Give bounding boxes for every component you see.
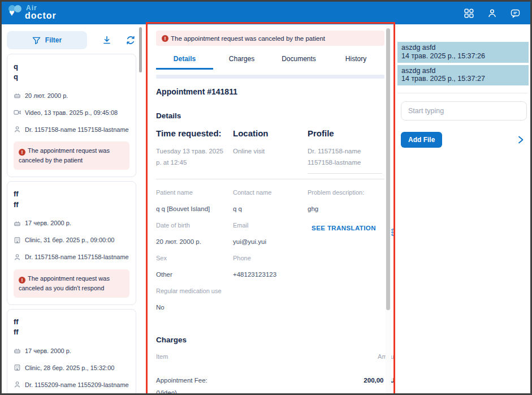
- chat-panel: aszdg asfd 14 трав. 2025 р., 15:37:26 as…: [397, 24, 530, 395]
- doctor-row: Dr. 1157158-name 1157158-lastname: [14, 126, 129, 133]
- field-value: yui@yui.yui: [233, 238, 308, 245]
- appointment-card[interactable]: ff ff 17 черв. 2000 р. Clinic, 31 бер. 2…: [7, 181, 136, 304]
- filter-label: Filter: [45, 36, 62, 44]
- birthdate-text: 17 черв. 2000 р.: [25, 347, 71, 354]
- time-requested-value: Tuesday 13 трав. 2025 р. at 12:45: [156, 145, 225, 168]
- appointment-detail-panel: ! The appointment request was canceled b…: [148, 24, 393, 395]
- patient-fields-grid: Patient name q q [Bouvet Island] Date of…: [156, 189, 384, 320]
- patient-name: q q: [14, 62, 129, 82]
- tabs-divider: [156, 75, 384, 79]
- chat-message-text: aszdg asfd: [401, 67, 525, 75]
- download-icon[interactable]: [102, 35, 112, 45]
- tab-details[interactable]: Details: [156, 55, 213, 70]
- main-scrollbar-track[interactable]: [386, 24, 391, 395]
- charges-section-heading: Charges: [156, 336, 384, 344]
- birthdate-text: 20 лют. 2000 р.: [25, 92, 68, 99]
- see-translation-link[interactable]: SEE TRANSLATION: [308, 222, 380, 235]
- appointment-card[interactable]: ff ff 17 черв. 2000 р. Clinic, 28 бер. 2…: [7, 309, 136, 395]
- field-value: No: [156, 304, 233, 311]
- person-icon: [14, 381, 21, 388]
- alert-icon: !: [162, 35, 168, 42]
- patient-name: ff ff: [14, 189, 129, 209]
- person-icon: [14, 254, 21, 261]
- chat-message-time: 14 трав. 2025 р., 15:37:26: [401, 52, 525, 61]
- field-value: q q [Bouvet Island]: [156, 205, 233, 212]
- chat-message-list: aszdg asfd 14 трав. 2025 р., 15:37:26 as…: [397, 42, 530, 85]
- field-value: 20 лют. 2000 р.: [156, 238, 233, 245]
- chat-message-text: aszdg asfd: [401, 44, 525, 52]
- field-label: Patient name: [156, 189, 233, 196]
- visit-row: Clinic, 31 бер. 2025 р., 09:00:00: [14, 237, 129, 244]
- charge-item: Appointment Fee: (Video): [156, 375, 215, 395]
- tab-history[interactable]: History: [327, 55, 384, 70]
- birthdate-row: 17 черв. 2000 р.: [14, 220, 129, 227]
- field-value: ghg: [308, 205, 384, 212]
- add-file-button[interactable]: Add File: [401, 132, 442, 148]
- time-requested-heading: Time requested:: [156, 128, 233, 138]
- visit-text: Video, 13 трав. 2025 р., 09:45:08: [25, 109, 118, 116]
- chat-message-time: 14 трав. 2025 р., 15:37:27: [401, 75, 525, 83]
- alert-icon: !: [19, 149, 25, 156]
- visit-row: Clinic, 28 бер. 2025 р., 15:32:00: [14, 364, 129, 371]
- field-label: Problem description:: [308, 189, 384, 196]
- birthdate-row: 17 черв. 2000 р.: [14, 347, 129, 354]
- chat-message: aszdg asfd 14 трав. 2025 р., 15:37:26: [397, 42, 529, 63]
- status-alert: !The appointment request was canceled as…: [14, 269, 129, 298]
- heart-icon: ♥: [9, 8, 15, 18]
- location-value: Online visit: [233, 145, 302, 157]
- doctor-row: Dr. 1155209-name 1155209-lastname: [14, 381, 129, 388]
- birthdate-row: 20 лют. 2000 р.: [14, 92, 129, 99]
- alert-icon: !: [19, 277, 25, 284]
- visit-text: Clinic, 28 бер. 2025 р., 15:32:00: [25, 364, 114, 371]
- doctor-text: Dr. 1157158-name 1157158-lastname: [25, 126, 129, 133]
- apps-grid-icon[interactable]: [464, 8, 474, 18]
- funnel-icon: [32, 36, 41, 45]
- visit-row: Video, 13 трав. 2025 р., 09:45:08: [14, 109, 129, 116]
- filter-button[interactable]: Filter: [7, 31, 87, 49]
- field-label: Sex: [156, 255, 233, 261]
- birthdate-text: 17 черв. 2000 р.: [25, 220, 71, 226]
- field-value: q q: [233, 205, 308, 212]
- filter-toolbar: Filter: [7, 31, 141, 49]
- divider: [308, 173, 382, 174]
- field-value: Other: [156, 271, 233, 278]
- charges-table-header: Item Amount: [156, 353, 384, 360]
- sidebar-scrollbar-thumb[interactable]: [139, 27, 142, 72]
- charge-row: Appointment Fee: (Video) 200,00 EUR: [156, 375, 384, 395]
- birthday-cake-icon: [14, 92, 21, 99]
- video-camera-icon: [14, 109, 21, 116]
- send-chevron-icon[interactable]: [517, 135, 525, 144]
- detail-tabs: Details Charges Documents History: [156, 55, 384, 70]
- main-scrollbar-thumb[interactable]: [386, 28, 390, 310]
- tab-charges[interactable]: Charges: [213, 55, 270, 70]
- profile-value: Dr. 1157158-name 1157158-lastname: [308, 145, 377, 168]
- tab-documents[interactable]: Documents: [270, 55, 327, 70]
- logo-text-doctor: doctor: [25, 11, 57, 21]
- cancellation-alert-banner: ! The appointment request was canceled b…: [156, 31, 384, 46]
- appointment-card-list: q q 20 лют. 2000 р. Video, 13 трав. 2025…: [7, 54, 136, 395]
- header-icon-group: [464, 2, 520, 24]
- doctor-row: Dr. 1157158-name 1157158-lastname: [14, 254, 129, 261]
- patient-name: ff ff: [14, 317, 129, 337]
- birthday-cake-icon: [14, 220, 21, 227]
- user-icon[interactable]: [487, 8, 497, 18]
- status-alert: !The appointment request was canceled by…: [14, 141, 129, 170]
- field-value: +48123123123: [233, 271, 308, 278]
- chat-message: aszdg asfd 14 трав. 2025 р., 15:37:27: [397, 65, 529, 86]
- visit-text: Clinic, 31 бер. 2025 р., 09:00:00: [25, 237, 114, 243]
- field-label: Date of birth: [156, 222, 233, 229]
- birthday-cake-icon: [14, 347, 21, 354]
- appointment-card[interactable]: q q 20 лют. 2000 р. Video, 13 трав. 2025…: [7, 54, 136, 177]
- clinic-building-icon: [14, 364, 21, 371]
- details-section-heading: Details: [156, 111, 384, 120]
- chat-bubble-icon[interactable]: [511, 8, 520, 18]
- doctor-text: Dr. 1157158-name 1157158-lastname: [25, 254, 129, 260]
- refresh-icon[interactable]: [126, 35, 136, 45]
- divider: [156, 179, 384, 179]
- chat-message-input[interactable]: [401, 101, 527, 121]
- details-summary-grid: Time requested: Tuesday 13 трав. 2025 р.…: [156, 128, 384, 174]
- airdoctor-logo[interactable]: ♥ Air doctor: [8, 3, 71, 23]
- item-column-header: Item: [156, 353, 168, 360]
- appointment-title: Appointment #141811: [156, 87, 384, 96]
- top-navbar: ♥ Air doctor: [2, 2, 530, 24]
